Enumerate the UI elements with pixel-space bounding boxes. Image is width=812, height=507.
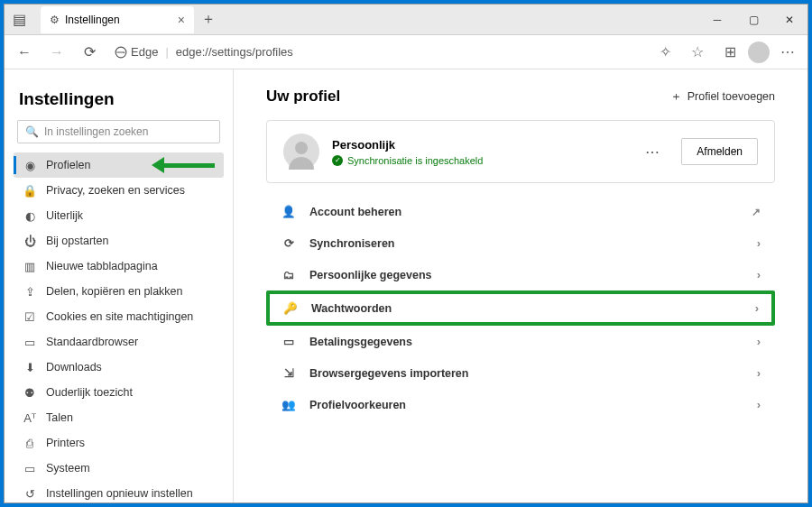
annotation-arrow [152, 159, 215, 171]
profile-name: Persoonlijk [332, 138, 623, 152]
toolbar: ← → ⟳ Edge | edge://settings/profiles ✧ … [5, 35, 807, 69]
sidebar-item-newtab[interactable]: ▥Nieuwe tabbladpagina [14, 254, 224, 279]
sidebar-list: ◉ Profielen 🔒Privacy, zoeken en services… [14, 152, 224, 502]
setting-label: Account beheren [309, 206, 739, 218]
card-icon: ▭ [281, 335, 297, 348]
maximize-button[interactable]: ▢ [735, 5, 771, 35]
more-menu-icon[interactable]: ⋯ [773, 38, 802, 67]
power-icon: ⏻ [23, 234, 37, 248]
browser-tab[interactable]: ⚙ Instellingen × [41, 6, 194, 33]
sidebar-item-label: Systeem [46, 462, 90, 475]
signout-button[interactable]: Afmelden [681, 138, 758, 165]
profile-avatar-icon[interactable] [748, 41, 770, 63]
appearance-icon: ◐ [23, 208, 37, 223]
sync-status: ✓ Synchronisatie is ingeschakeld [332, 155, 623, 166]
sidebar-item-printers[interactable]: ⎙Printers [14, 430, 224, 456]
share-icon: ⇪ [23, 284, 37, 299]
add-profile-button[interactable]: ＋ Profiel toevoegen [670, 89, 775, 105]
sidebar-item-profielen[interactable]: ◉ Profielen [14, 152, 224, 178]
address-bar[interactable]: Edge | edge://settings/profiles [115, 45, 647, 59]
address-divider: | [165, 45, 168, 59]
sidebar-item-cookies[interactable]: ☑Cookies en site machtigingen [14, 304, 224, 329]
read-aloud-icon[interactable]: ✧ [651, 38, 679, 67]
setting-label: Persoonlijke gegevens [309, 269, 744, 281]
sidebar-item-label: Ouderlijk toezicht [46, 386, 133, 399]
forward-button: → [42, 38, 71, 67]
cookie-icon: ☑ [23, 309, 37, 324]
toolbar-right: ✧ ☆ ⊞ ⋯ [651, 38, 802, 67]
tab-strip-icon[interactable]: ▤ [5, 5, 33, 34]
minimize-button[interactable]: ─ [699, 5, 735, 35]
setting-label: Wachtwoorden [311, 302, 743, 315]
external-link-icon: ↗ [752, 206, 761, 218]
sidebar-item-label: Bij opstarten [46, 235, 108, 247]
printer-icon: ⎙ [23, 436, 37, 450]
people-icon: 👥 [281, 398, 297, 411]
profile-card: Persoonlijk ✓ Synchronisatie is ingescha… [266, 120, 775, 183]
sidebar-item-family[interactable]: ⚉Ouderlijk toezicht [14, 380, 224, 405]
sync-status-text: Synchronisatie is ingeschakeld [347, 155, 483, 166]
setting-voorkeuren[interactable]: 👥 Profielvoorkeuren › [266, 389, 775, 420]
favorites-icon[interactable]: ☆ [683, 38, 712, 67]
tab-title: Instellingen [65, 14, 120, 26]
sidebar-item-reset[interactable]: ↺Instellingen opnieuw instellen [14, 481, 224, 502]
close-tab-icon[interactable]: × [178, 13, 185, 27]
titlebar: ▤ ⚙ Instellingen × ＋ ─ ▢ ✕ [5, 5, 807, 35]
annotation-highlight: 🔑 Wachtwoorden › [266, 290, 775, 326]
setting-import[interactable]: ⇲ Browsergegevens importeren › [266, 357, 775, 389]
sidebar-item-label: Talen [46, 411, 73, 424]
search-icon: 🔍 [25, 125, 39, 138]
sidebar-item-label: Nieuwe tabbladpagina [46, 260, 158, 272]
family-icon: ⚉ [23, 385, 37, 400]
plus-icon: ＋ [670, 89, 682, 105]
chevron-right-icon: › [757, 398, 761, 411]
search-input[interactable]: 🔍 In instellingen zoeken [17, 120, 220, 143]
main-header: Uw profiel ＋ Profiel toevoegen [266, 88, 775, 106]
language-icon: Aᵀ [23, 410, 37, 425]
setting-label: Betalingsgegevens [309, 336, 744, 348]
gear-icon: ⚙ [50, 14, 60, 26]
setting-account-beheren[interactable]: 👤 Account beheren ↗ [266, 196, 775, 227]
refresh-button[interactable]: ⟳ [75, 38, 104, 67]
sidebar-heading: Instellingen [19, 89, 218, 109]
page-title: Uw profiel [266, 88, 340, 106]
edge-label: Edge [131, 45, 158, 59]
profile-more-button[interactable]: ⋯ [636, 140, 669, 164]
profile-info: Persoonlijk ✓ Synchronisatie is ingescha… [332, 138, 623, 166]
sidebar-item-label: Privacy, zoeken en services [46, 184, 185, 197]
add-profile-label: Profiel toevoegen [687, 90, 775, 103]
person-card-icon: 🗂 [281, 269, 297, 281]
setting-synchroniseren[interactable]: ⟳ Synchroniseren › [266, 227, 775, 259]
sync-icon: ⟳ [281, 236, 297, 250]
collections-icon[interactable]: ⊞ [715, 38, 744, 67]
sidebar-item-label: Downloads [46, 361, 102, 373]
sidebar-item-opstarten[interactable]: ⏻Bij opstarten [14, 228, 224, 254]
setting-persoonlijke[interactable]: 🗂 Persoonlijke gegevens › [266, 259, 775, 290]
sidebar-item-default[interactable]: ▭Standaardbrowser [14, 329, 224, 355]
setting-wachtwoorden[interactable]: 🔑 Wachtwoorden › [270, 294, 771, 322]
sidebar-item-downloads[interactable]: ⬇Downloads [14, 355, 224, 380]
new-tab-button[interactable]: ＋ [194, 10, 223, 29]
svg-point-1 [295, 142, 308, 154]
sidebar-item-talen[interactable]: AᵀTalen [14, 405, 224, 430]
sidebar-item-privacy[interactable]: 🔒Privacy, zoeken en services [14, 178, 224, 203]
sidebar-item-label: Delen, kopiëren en plakken [46, 285, 183, 298]
sidebar-item-label: Printers [46, 437, 85, 449]
sidebar-item-systeem[interactable]: ▭Systeem [14, 456, 224, 481]
sidebar-item-label: Standaardbrowser [46, 336, 138, 348]
browser-window: ▤ ⚙ Instellingen × ＋ ─ ▢ ✕ ← → ⟳ Edge | … [4, 4, 808, 503]
chevron-right-icon: › [757, 268, 761, 281]
close-button[interactable]: ✕ [771, 5, 807, 35]
edge-logo-icon: Edge [115, 45, 158, 59]
browser-icon: ▭ [23, 335, 37, 349]
sidebar-item-uiterlijk[interactable]: ◐Uiterlijk [14, 203, 224, 228]
setting-betalingen[interactable]: ▭ Betalingsgegevens › [266, 326, 775, 357]
sidebar-item-label: Cookies en site machtigingen [46, 310, 193, 323]
chevron-right-icon: › [757, 236, 761, 250]
back-button[interactable]: ← [10, 38, 39, 67]
setting-label: Synchroniseren [309, 237, 744, 250]
search-placeholder: In instellingen zoeken [44, 125, 148, 138]
sidebar-item-delen[interactable]: ⇪Delen, kopiëren en plakken [14, 279, 224, 304]
chevron-right-icon: › [757, 366, 761, 380]
sidebar-item-label: Uiterlijk [46, 209, 83, 222]
